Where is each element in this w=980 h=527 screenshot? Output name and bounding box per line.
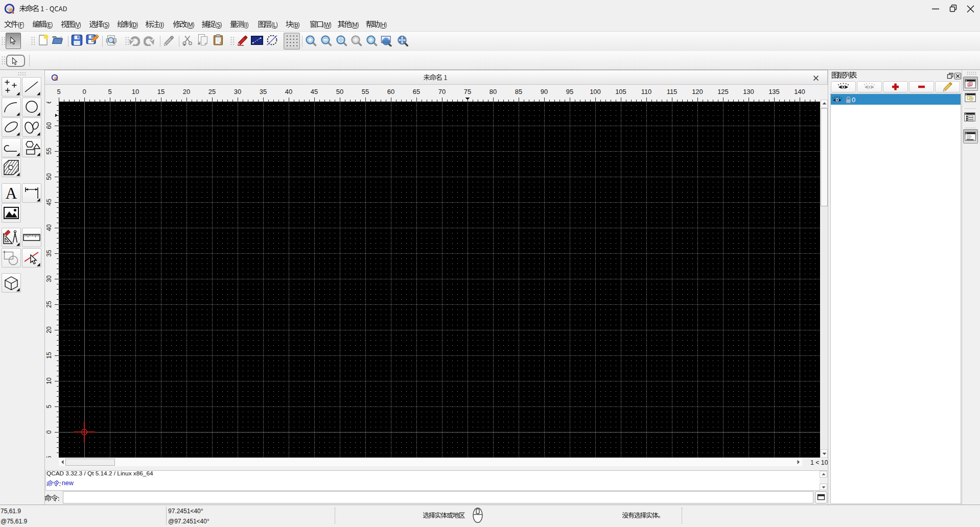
- svg-text:30: 30: [45, 275, 53, 282]
- svg-text:5: 5: [57, 88, 60, 95]
- svg-text:65: 65: [413, 88, 420, 95]
- svg-text:10: 10: [45, 377, 53, 385]
- svg-text:25: 25: [45, 301, 53, 308]
- svg-text:90: 90: [541, 88, 548, 95]
- svg-text:80: 80: [489, 88, 497, 95]
- svg-text:125: 125: [717, 88, 729, 95]
- svg-text:100: 100: [590, 88, 601, 95]
- svg-text:0: 0: [82, 88, 86, 95]
- svg-text:140: 140: [794, 88, 805, 95]
- svg-text:110: 110: [641, 88, 652, 95]
- svg-text:60: 60: [45, 122, 53, 129]
- svg-text:130: 130: [743, 88, 754, 95]
- svg-text:15: 15: [45, 352, 53, 359]
- svg-text:5: 5: [45, 456, 53, 458]
- svg-text:35: 35: [260, 88, 267, 95]
- svg-text:0: 0: [852, 95, 855, 103]
- svg-text:50: 50: [45, 173, 53, 180]
- svg-text:40: 40: [45, 224, 53, 231]
- svg-text:0: 0: [45, 430, 53, 434]
- svg-text:35: 35: [45, 250, 53, 257]
- svg-text:70: 70: [438, 88, 446, 95]
- svg-text:5: 5: [45, 404, 53, 408]
- svg-text:135: 135: [768, 88, 780, 95]
- svg-text:95: 95: [566, 88, 573, 95]
- svg-text:5: 5: [108, 88, 111, 95]
- svg-text:105: 105: [615, 88, 626, 95]
- svg-text:55: 55: [45, 148, 53, 155]
- svg-text:25: 25: [208, 88, 216, 95]
- svg-text:50: 50: [336, 88, 343, 95]
- svg-text:15: 15: [157, 88, 165, 95]
- svg-text:60: 60: [387, 88, 394, 95]
- svg-text:120: 120: [692, 88, 703, 95]
- svg-text:A: A: [6, 184, 17, 202]
- svg-text:10: 10: [132, 88, 139, 95]
- svg-text:45: 45: [45, 199, 53, 206]
- svg-text:20: 20: [45, 326, 53, 333]
- svg-text:65: 65: [45, 102, 53, 104]
- svg-text:45: 45: [311, 88, 318, 95]
- svg-text:115: 115: [667, 88, 678, 95]
- svg-text:40: 40: [285, 88, 292, 95]
- svg-text:85: 85: [515, 88, 522, 95]
- svg-text:75: 75: [464, 88, 471, 95]
- svg-text:55: 55: [362, 88, 369, 95]
- svg-text:20: 20: [183, 88, 190, 95]
- svg-text:30: 30: [234, 88, 241, 95]
